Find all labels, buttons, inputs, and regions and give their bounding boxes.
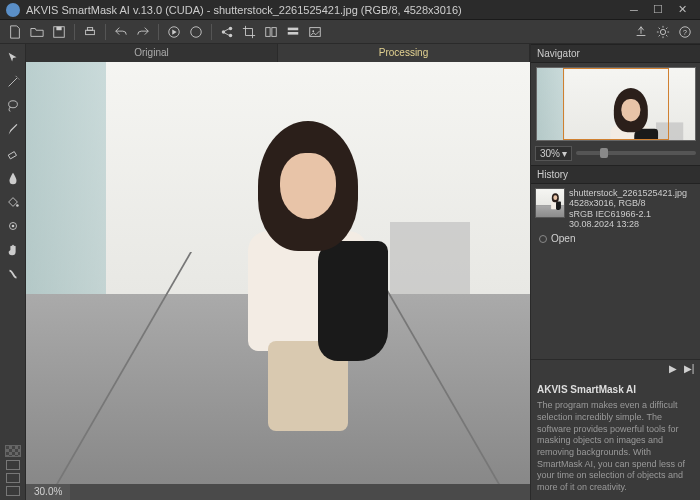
crop-icon[interactable] [240,23,258,41]
description-body: The program makes even a difficult selec… [537,400,694,494]
svg-rect-19 [8,152,16,159]
lasso-tool-icon[interactable] [3,96,23,116]
open-file-icon[interactable] [28,23,46,41]
main-toolbar: ? [0,20,700,44]
brush-tool-icon[interactable] [3,120,23,140]
status-zoom[interactable]: 30.0% [26,484,70,500]
toolbar-separator [158,24,159,40]
window-title: AKVIS SmartMask AI v.13.0 (CUDA) - shutt… [26,4,622,16]
svg-rect-12 [288,32,299,35]
view-mode-a-icon[interactable] [6,460,20,470]
checker-swatch-icon[interactable] [5,445,21,457]
side-panels: Navigator 30% ▾ History [530,44,700,500]
toolbar-separator [211,24,212,40]
history-item[interactable]: shutterstock_2261525421.jpg 4528x3016, R… [535,188,696,229]
hand-tool-icon[interactable] [3,240,23,260]
tab-processing[interactable]: Processing [278,44,530,62]
history-header: History [531,165,700,184]
status-bar: 30.0% [26,484,530,500]
chevron-down-icon: ▾ [562,148,567,159]
photo-content [26,62,530,484]
wand-tool-icon[interactable] [3,72,23,92]
presets-icon[interactable] [284,23,302,41]
svg-point-5 [191,26,202,37]
svg-rect-3 [87,27,92,30]
image-icon[interactable] [306,23,324,41]
toolbar-separator [74,24,75,40]
settings-gear-icon[interactable] [654,23,672,41]
history-dims: 4528x3016, RGB/8 [569,198,687,208]
svg-text:?: ? [683,28,687,35]
zoom-slider[interactable] [576,151,696,155]
titlebar: AKVIS SmartMask AI v.13.0 (CUDA) - shutt… [0,0,700,20]
play-icon[interactable]: ▶ [668,364,678,374]
export-icon[interactable] [632,23,650,41]
history-filename: shutterstock_2261525421.jpg [569,188,687,198]
print-icon[interactable] [81,23,99,41]
history-playback: ▶ ▶| [531,359,700,377]
compare-icon[interactable] [262,23,280,41]
bucket-tool-icon[interactable] [3,192,23,212]
zoom-select[interactable]: 30% ▾ [535,146,572,161]
view-mode-c-icon[interactable] [6,486,20,496]
auto-icon[interactable] [187,23,205,41]
svg-point-20 [16,204,19,207]
content-area: Original Processing 30.0% [0,44,700,500]
app-logo-icon [6,3,20,17]
new-file-icon[interactable] [6,23,24,41]
history-panel: shutterstock_2261525421.jpg 4528x3016, R… [531,184,700,248]
history-open-label: Open [551,233,575,244]
history-open-row[interactable]: Open [535,233,696,244]
maximize-button[interactable]: ☐ [646,1,670,19]
svg-rect-1 [56,26,61,30]
eraser-tool-icon[interactable] [3,144,23,164]
skip-icon[interactable]: ▶| [684,364,694,374]
canvas-area: Original Processing 30.0% [26,44,530,500]
tab-original[interactable]: Original [26,44,278,62]
history-info: shutterstock_2261525421.jpg 4528x3016, R… [569,188,687,229]
undo-icon[interactable] [112,23,130,41]
history-open-bullet-icon [539,235,547,243]
save-icon[interactable] [50,23,68,41]
tool-strip [0,44,26,500]
share-icon[interactable] [218,23,236,41]
history-date: 30.08.2024 13:28 [569,219,687,229]
navigator-panel: 30% ▾ [531,63,700,165]
svg-rect-11 [288,27,299,30]
navigator-header: Navigator [531,44,700,63]
description-title: AKVIS SmartMask AI [537,383,694,396]
image-viewport[interactable] [26,62,530,484]
svg-point-14 [312,30,314,32]
run-icon[interactable] [165,23,183,41]
minimize-button[interactable]: ─ [622,1,646,19]
refine-tool-icon[interactable] [3,216,23,236]
eyedropper-tool-icon[interactable] [3,168,23,188]
redo-icon[interactable] [134,23,152,41]
svg-point-22 [11,225,14,228]
tool-footer [5,445,21,500]
svg-rect-2 [86,30,95,34]
toolbar-separator [105,24,106,40]
zoom-slider-knob[interactable] [600,148,608,158]
zoom-value: 30% [540,148,560,159]
history-profile: sRGB IEC61966-2.1 [569,209,687,219]
description-panel: AKVIS SmartMask AI The program makes eve… [531,377,700,500]
view-mode-b-icon[interactable] [6,473,20,483]
zoom-row: 30% ▾ [535,145,696,161]
history-thumb [535,188,565,218]
navigator-thumbnail[interactable] [536,67,696,141]
navigator-crop-outline[interactable] [563,68,669,140]
svg-rect-9 [266,27,270,36]
canvas-tabs: Original Processing [26,44,530,62]
help-icon[interactable]: ? [676,23,694,41]
smudge-tool-icon[interactable] [3,264,23,284]
svg-point-15 [660,29,665,34]
close-button[interactable]: ✕ [670,1,694,19]
pointer-tool-icon[interactable] [3,48,23,68]
svg-rect-10 [272,27,276,36]
